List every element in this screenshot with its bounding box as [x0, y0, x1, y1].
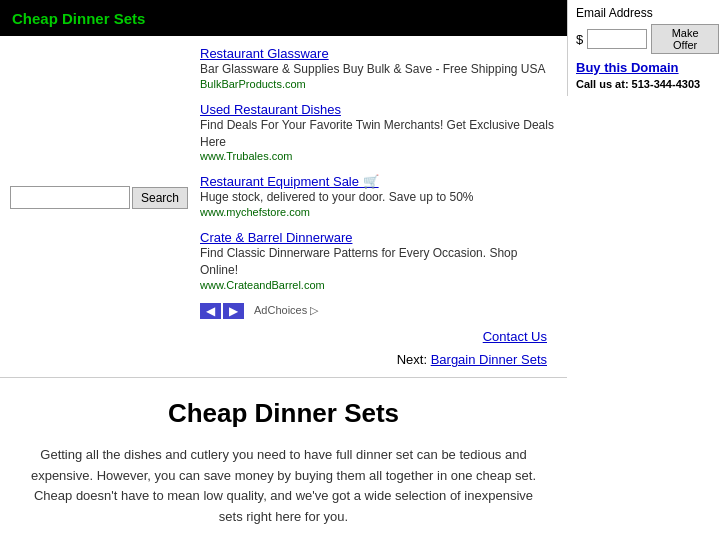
- ad-title[interactable]: Restaurant Equipment Sale 🛒: [200, 174, 557, 189]
- ad-item: Crate & Barrel Dinnerware Find Classic D…: [200, 230, 557, 291]
- contact-us-link[interactable]: Contact Us: [483, 329, 547, 344]
- email-label: Email Address: [576, 6, 719, 20]
- ad-url: www.CrateandBarrel.com: [200, 279, 557, 291]
- ad-desc: Find Classic Dinnerware Patterns for Eve…: [200, 245, 557, 279]
- page-main-title: Cheap Dinner Sets: [30, 398, 537, 429]
- ad-url: www.mychefstore.com: [200, 206, 557, 218]
- ad-url: www.Trubales.com: [200, 150, 557, 162]
- ad-title[interactable]: Crate & Barrel Dinnerware: [200, 230, 557, 245]
- search-button[interactable]: Search: [132, 187, 188, 209]
- search-input[interactable]: [10, 186, 130, 209]
- buy-domain-link[interactable]: Buy this Domain: [576, 60, 719, 75]
- email-input[interactable]: [587, 29, 647, 49]
- ad-desc: Bar Glassware & Supplies Buy Bulk & Save…: [200, 61, 557, 78]
- content-area: Cheap Dinner Sets Getting all the dishes…: [0, 377, 567, 545]
- ad-item: Used Restaurant Dishes Find Deals For Yo…: [200, 102, 557, 163]
- ad-url: BulkBarProducts.com: [200, 78, 557, 90]
- call-us-text: Call us at: 513-344-4303: [576, 78, 719, 90]
- ad-desc: Huge stock, delivered to your door. Save…: [200, 189, 557, 206]
- next-area: Next: Bargain Dinner Sets: [200, 352, 557, 367]
- ad-title[interactable]: Restaurant Glassware: [200, 46, 557, 61]
- ad-choices: AdChoices ▷: [254, 304, 318, 317]
- site-title: Cheap Dinner Sets: [12, 10, 145, 27]
- ad-desc: Find Deals For Your Favorite Twin Mercha…: [200, 117, 557, 151]
- intro-text: Getting all the dishes and cutlery you n…: [30, 445, 537, 528]
- ad-item: Restaurant Glassware Bar Glassware & Sup…: [200, 46, 557, 90]
- left-sidebar: Search: [0, 36, 200, 377]
- make-offer-button[interactable]: Make Offer: [651, 24, 719, 54]
- next-arrow[interactable]: ▶: [223, 303, 244, 319]
- next-page-link[interactable]: Bargain Dinner Sets: [431, 352, 547, 367]
- ad-item: Restaurant Equipment Sale 🛒 Huge stock, …: [200, 174, 557, 218]
- ads-area: Restaurant Glassware Bar Glassware & Sup…: [200, 36, 567, 377]
- contact-area: Contact Us: [200, 329, 557, 344]
- search-box: Search: [10, 186, 190, 209]
- prev-arrow[interactable]: ◀: [200, 303, 221, 319]
- nav-arrows: ◀ ▶ AdChoices ▷: [200, 303, 557, 319]
- right-panel: Email Address $ Make Offer Buy this Doma…: [567, 0, 727, 96]
- dollar-sign: $: [576, 32, 583, 47]
- next-label: Next:: [397, 352, 427, 367]
- ad-title[interactable]: Used Restaurant Dishes: [200, 102, 557, 117]
